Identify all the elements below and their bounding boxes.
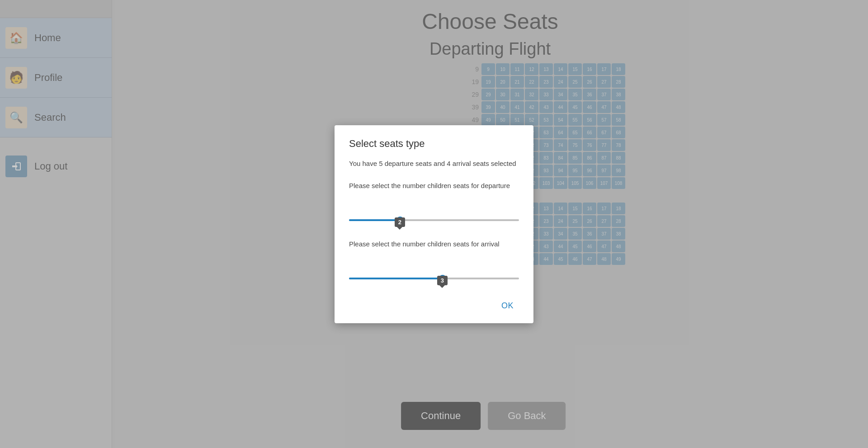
departure-slider-container: 2 — [349, 205, 519, 221]
arrival-slider-label: Please select the number children seats … — [349, 239, 519, 249]
departure-slider-label: Please select the number children seats … — [349, 181, 519, 190]
modal-info-text: You have 5 departure seats and 4 arrival… — [349, 159, 519, 168]
departure-slider-tooltip: 2 — [395, 217, 405, 227]
arrival-slider-container: 3 — [349, 263, 519, 279]
modal-footer: OK — [349, 297, 519, 314]
modal-title: Select seats type — [349, 138, 519, 150]
arrival-slider-tooltip: 3 — [437, 276, 448, 285]
ok-button[interactable]: OK — [496, 297, 519, 314]
modal-dialog: Select seats type You have 5 departure s… — [335, 125, 533, 323]
